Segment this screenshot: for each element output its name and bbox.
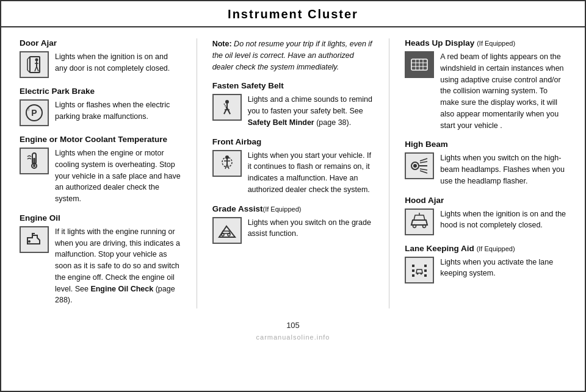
hud-icon	[405, 51, 434, 78]
divider-mid-right	[389, 38, 389, 308]
svg-point-17	[225, 100, 229, 104]
coolant-svg	[24, 151, 45, 171]
svg-text:!: !	[28, 107, 29, 112]
lane-keeping-row: Lights when you activate the lane keepin…	[405, 257, 566, 283]
coolant-icon	[20, 148, 49, 174]
hood-ajar-icon	[405, 208, 434, 235]
svg-line-7	[37, 66, 38, 71]
svg-rect-46	[412, 265, 414, 267]
svg-rect-50	[424, 269, 427, 272]
section-title-park-brake: Electric Park Brake	[20, 87, 181, 96]
svg-rect-49	[424, 265, 427, 267]
content-area: Door Ajar	[1, 27, 585, 315]
park-brake-svg: P !	[24, 102, 45, 123]
lane-keeping-svg	[409, 260, 430, 280]
section-title-grade-assist: Grade Assist(If Equipped)	[212, 204, 374, 213]
svg-rect-51	[424, 274, 427, 277]
grade-assist-row: Lights when you switch on the grade assi…	[212, 217, 374, 244]
seatbelt-icon	[212, 94, 242, 121]
door-ajar-icon	[20, 51, 49, 78]
grade-assist-text: Lights when you switch on the grade assi…	[248, 217, 374, 240]
section-title-seatbelt: Fasten Safety Belt	[212, 81, 374, 90]
svg-line-6	[35, 66, 37, 71]
airbag-row: Lights when you start your vehicle. If i…	[212, 150, 374, 196]
svg-point-44	[423, 224, 426, 227]
page-number: 105	[1, 315, 585, 333]
divider-left-mid	[197, 38, 197, 308]
high-beam-row: Lights when you switch on the high-beam …	[405, 152, 566, 187]
seatbelt-svg	[217, 97, 237, 118]
park-brake-icon: P !	[20, 99, 49, 126]
svg-line-26	[227, 164, 229, 169]
oil-text: If it lights with the engine running or …	[55, 226, 181, 306]
coolant-row: Lights when the engine or motor cooling …	[20, 148, 181, 205]
page: Instrument Cluster Door Ajar	[0, 0, 586, 392]
grade-assist-svg	[217, 220, 237, 241]
right-column: Heads Up Display (If Equipped) A red bea…	[405, 38, 566, 308]
section-title-oil: Engine Oil	[20, 213, 181, 223]
svg-rect-48	[412, 274, 414, 277]
section-title-coolant: Engine or Motor Coolant Temperature	[20, 135, 181, 144]
hood-ajar-row: Lights when the ignition is on and the h…	[405, 208, 566, 235]
svg-line-39	[420, 162, 427, 163]
oil-icon	[20, 226, 49, 253]
coolant-text: Lights when the engine or motor cooling …	[55, 148, 181, 205]
door-ajar-row: Lights when the ignition is on and any d…	[20, 51, 181, 78]
park-brake-text: Lights or flashes when the electric park…	[55, 99, 181, 123]
lane-keeping-icon	[405, 257, 434, 283]
section-title-door-ajar: Door Ajar	[20, 38, 181, 48]
seatbelt-text: Lights and a chime sounds to remind you …	[248, 94, 374, 128]
airbag-svg	[217, 153, 237, 174]
svg-line-41	[420, 159, 427, 161]
svg-text:P: P	[31, 108, 37, 118]
seatbelt-row: Lights and a chime sounds to remind you …	[212, 94, 374, 128]
left-column: Door Ajar	[20, 38, 181, 308]
svg-point-52	[417, 273, 419, 274]
door-ajar-text: Lights when the ignition is on and any d…	[55, 51, 181, 74]
svg-rect-13	[34, 158, 35, 163]
lane-keeping-text: Lights when you activate the lane keepin…	[440, 257, 566, 280]
high-beam-svg	[409, 155, 430, 176]
page-title: Instrument Cluster	[1, 1, 585, 27]
svg-rect-47	[412, 269, 414, 272]
svg-line-42	[420, 171, 427, 173]
svg-line-40	[420, 169, 427, 170]
high-beam-icon	[405, 152, 434, 179]
hud-row: A red beam of lights appears on the wind…	[405, 51, 566, 131]
svg-point-53	[421, 273, 422, 274]
hood-ajar-text: Lights when the ignition is on and the h…	[440, 208, 566, 232]
note-text: Note: Do not resume your trip if it ligh…	[212, 38, 374, 73]
section-title-lane-keeping: Lane Keeping Aid (If Equipped)	[405, 244, 566, 253]
park-brake-row: P ! Lights or flashes when the electric …	[20, 99, 181, 126]
middle-column: Note: Do not resume your trip if it ligh…	[212, 38, 374, 308]
svg-point-15	[33, 165, 35, 167]
hud-svg	[409, 54, 430, 75]
section-title-high-beam: High Beam	[405, 140, 566, 149]
hud-text: A red beam of lights appears on the wind…	[440, 51, 566, 131]
svg-point-16	[28, 240, 31, 243]
airbag-icon	[212, 150, 242, 177]
grade-assist-icon	[212, 217, 242, 244]
svg-point-4	[35, 59, 38, 62]
watermark: carmanualsoline.info	[1, 333, 585, 343]
section-title-hood-ajar: Hood Ajar	[405, 196, 566, 205]
section-title-airbag: Front Airbag	[212, 137, 374, 146]
door-ajar-svg	[24, 54, 45, 75]
oil-svg	[24, 229, 45, 250]
hood-ajar-svg	[409, 212, 430, 232]
airbag-text: Lights when you start your vehicle. If i…	[248, 150, 374, 196]
svg-point-37	[413, 164, 417, 168]
section-title-hud: Heads Up Display (If Equipped)	[405, 38, 566, 48]
svg-point-43	[413, 224, 416, 227]
high-beam-text: Lights when you switch on the high-beam …	[440, 152, 566, 187]
oil-row: If it lights with the engine running or …	[20, 226, 181, 306]
